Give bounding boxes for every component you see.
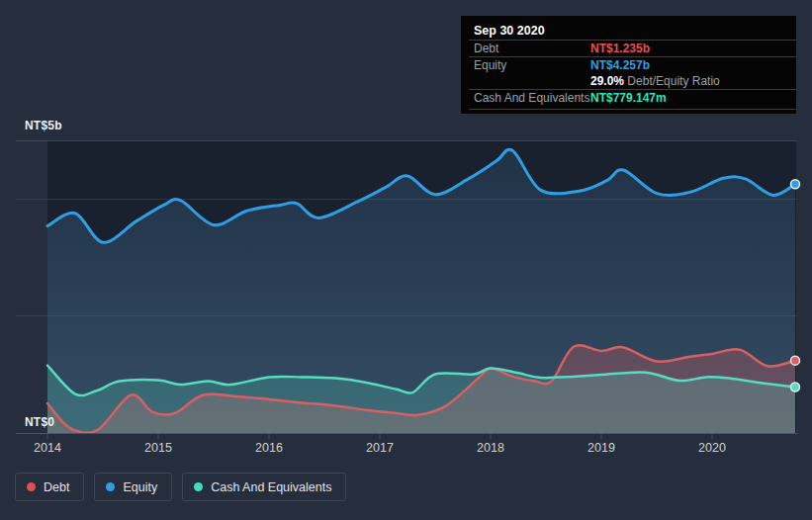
debt-end-marker: [791, 356, 800, 365]
equity-dot-icon: [106, 482, 115, 491]
legend-item-cash[interactable]: Cash And Equivalents: [182, 473, 346, 501]
x-tick-label-2016: 2016: [255, 441, 283, 455]
tooltip-ratio: 29.0% Debt/Equity Ratio: [590, 74, 720, 88]
legend-item-equity[interactable]: Equity: [94, 473, 172, 501]
tooltip-cash-value: NT$779.147m: [590, 91, 667, 105]
tooltip-divider: [469, 40, 796, 41]
tooltip-equity-label: Equity: [474, 58, 506, 72]
x-tick-label-2015: 2015: [144, 441, 172, 455]
chart-legend: Debt Equity Cash And Equivalents: [15, 473, 346, 501]
tooltip-ratio-label: Debt/Equity Ratio: [624, 74, 720, 88]
tooltip-divider: [469, 109, 796, 110]
legend-label-cash: Cash And Equivalents: [211, 480, 331, 494]
tooltip-debt-value: NT$1.235b: [590, 42, 650, 55]
tooltip-divider: [469, 56, 796, 57]
legend-label-equity: Equity: [123, 480, 157, 494]
tooltip-debt-label: Debt: [474, 42, 498, 55]
cash-end-marker: [791, 383, 800, 391]
y-axis-label-top: NT$5b: [25, 119, 62, 132]
equity-end-marker: [791, 180, 800, 189]
tooltip-equity-value: NT$4.257b: [590, 58, 650, 72]
tooltip-ratio-value: 29.0%: [590, 74, 624, 88]
x-tick-label-2017: 2017: [366, 441, 394, 455]
tooltip-date: Sep 30 2020: [474, 24, 545, 38]
x-tick-label-2018: 2018: [477, 441, 504, 455]
page: NT$5b NT$0 2014201520162017201820192020 …: [0, 0, 812, 520]
tooltip-divider: [469, 89, 796, 90]
tooltip-cash-label: Cash And Equivalents: [474, 91, 589, 105]
y-axis-label-bottom: NT$0: [25, 415, 54, 429]
legend-label-debt: Debt: [44, 480, 69, 494]
x-tick-label-2020: 2020: [698, 441, 726, 455]
debt-dot-icon: [27, 482, 36, 491]
x-tick-label-2014: 2014: [34, 441, 61, 455]
chart-tooltip: Sep 30 2020 Debt NT$1.235b Equity NT$4.2…: [461, 16, 796, 114]
cash-dot-icon: [194, 482, 203, 491]
legend-item-debt[interactable]: Debt: [15, 473, 84, 501]
x-tick-label-2019: 2019: [587, 441, 615, 455]
